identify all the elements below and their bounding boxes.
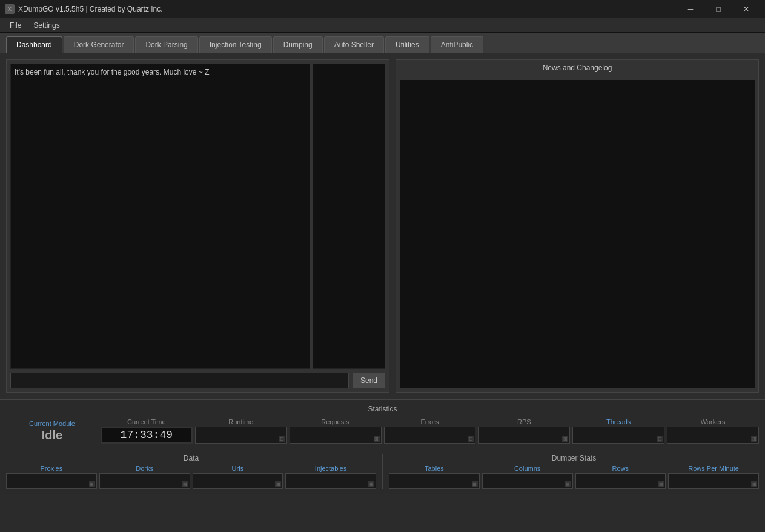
chat-main: It's been fun all, thank you for the goo… xyxy=(10,64,310,369)
stat-current-time-label: Current Time xyxy=(127,418,166,425)
data-row: Proxies ⊞ Dorks ⊞ Urls ⊞ Injectables xyxy=(6,465,376,489)
stat-runtime-label: Runtime xyxy=(228,418,253,425)
tab-dashboard[interactable]: Dashboard xyxy=(6,36,62,53)
statistics-row: Current Module Idle Current Time 17:33:4… xyxy=(6,418,759,444)
tab-auto-sheller[interactable]: Auto Sheller xyxy=(324,36,384,53)
main-content: It's been fun all, thank you for the goo… xyxy=(0,53,765,399)
runtime-corner-icon: ⊞ xyxy=(279,436,285,442)
dumper-columns-value: ⊞ xyxy=(482,473,573,489)
dumper-row: Tables ⊞ Columns ⊞ Rows ⊞ Rows Per Minut… xyxy=(389,465,759,489)
tables-corner-icon: ⊞ xyxy=(472,481,478,487)
menu-file[interactable]: File xyxy=(4,20,27,31)
data-injectables-label: Injectables xyxy=(315,465,347,472)
menu-settings[interactable]: Settings xyxy=(27,20,65,31)
left-panel: It's been fun all, thank you for the goo… xyxy=(6,59,389,393)
data-dorks-label: Dorks xyxy=(136,465,153,472)
tab-antipublic[interactable]: AntiPublic xyxy=(431,36,483,53)
dumper-rows: Rows ⊞ xyxy=(575,465,666,489)
data-dorks-value: ⊞ xyxy=(99,473,190,489)
stat-current-module-label: Current Module xyxy=(29,420,75,427)
app-icon: X xyxy=(5,4,15,14)
dumper-columns: Columns ⊞ xyxy=(482,465,573,489)
stat-requests-value: ⊞ xyxy=(290,427,382,444)
chat-sidebar xyxy=(313,64,385,369)
chat-area: It's been fun all, thank you for the goo… xyxy=(10,64,385,369)
tab-injection-testing[interactable]: Injection Testing xyxy=(199,36,272,53)
chat-input[interactable] xyxy=(10,373,349,388)
dumper-rows-label: Rows xyxy=(612,465,629,472)
tab-dork-generator[interactable]: Dork Generator xyxy=(64,36,134,53)
window-controls: ─ □ ✕ xyxy=(677,0,760,18)
data-injectables: Injectables ⊞ xyxy=(285,465,376,489)
data-proxies-value: ⊞ xyxy=(6,473,97,489)
stat-rps: RPS ⊞ xyxy=(478,418,570,444)
dumper-rows-per-minute: Rows Per Minute ⊞ xyxy=(668,465,759,489)
maximize-button[interactable]: □ xyxy=(704,0,732,18)
urls-corner-icon: ⊞ xyxy=(275,481,281,487)
news-content xyxy=(400,80,755,388)
statistics-title: Statistics xyxy=(6,404,759,414)
data-dorks: Dorks ⊞ xyxy=(99,465,190,489)
stat-workers-value: ⊞ xyxy=(667,427,759,444)
data-injectables-value: ⊞ xyxy=(285,473,376,489)
stat-current-module-value: Idle xyxy=(28,428,76,442)
dumper-rows-per-minute-value: ⊞ xyxy=(668,473,759,489)
stat-current-module: Current Module Idle xyxy=(6,420,98,442)
stat-rps-label: RPS xyxy=(517,418,531,425)
stat-runtime-value: ⊞ xyxy=(195,427,287,444)
dorks-corner-icon: ⊞ xyxy=(182,481,188,487)
stat-requests-label: Requests xyxy=(321,418,349,425)
minimize-button[interactable]: ─ xyxy=(677,0,704,18)
tab-utilities[interactable]: Utilities xyxy=(385,36,429,53)
dumper-panel: Dumper Stats Tables ⊞ Columns ⊞ Rows ⊞ xyxy=(389,454,759,489)
stat-rps-value: ⊞ xyxy=(478,427,570,444)
data-panel-title: Data xyxy=(6,454,376,462)
columns-corner-icon: ⊞ xyxy=(565,481,571,487)
dumper-rows-per-minute-label: Rows Per Minute xyxy=(688,465,739,472)
requests-corner-icon: ⊞ xyxy=(374,436,380,442)
data-urls-label: Urls xyxy=(232,465,244,472)
close-button[interactable]: ✕ xyxy=(732,0,760,18)
tab-bar: Dashboard Dork Generator Dork Parsing In… xyxy=(0,33,765,53)
dumper-tables-value: ⊞ xyxy=(389,473,480,489)
title-bar-left: X XDumpGO v1.5.5h5 | Created by Quartz I… xyxy=(5,4,163,14)
tab-dork-parsing[interactable]: Dork Parsing xyxy=(135,36,197,53)
data-proxies-label: Proxies xyxy=(41,465,63,472)
injectables-corner-icon: ⊞ xyxy=(368,481,374,487)
right-panel: News and Changelog xyxy=(396,59,759,393)
stat-threads: Threads ⊞ xyxy=(572,418,664,444)
statistics-section: Statistics Current Module Idle Current T… xyxy=(0,399,765,451)
errors-corner-icon: ⊞ xyxy=(468,436,474,442)
stat-workers-label: Workers xyxy=(701,418,726,425)
stat-threads-label: Threads xyxy=(606,418,631,425)
dumper-tables-label: Tables xyxy=(425,465,444,472)
stat-requests: Requests ⊞ xyxy=(290,418,382,444)
stat-runtime: Runtime ⊞ xyxy=(195,418,287,444)
stat-workers: Workers ⊞ xyxy=(667,418,759,444)
bottom-section: Data Proxies ⊞ Dorks ⊞ Urls ⊞ xyxy=(0,451,765,494)
data-urls: Urls ⊞ xyxy=(193,465,283,489)
dumper-rows-value: ⊞ xyxy=(575,473,666,489)
data-panel: Data Proxies ⊞ Dorks ⊞ Urls ⊞ xyxy=(6,454,383,489)
dumper-columns-label: Columns xyxy=(514,465,540,472)
tab-dumping[interactable]: Dumping xyxy=(273,36,323,53)
rps-corner-icon: ⊞ xyxy=(562,436,568,442)
chat-message: It's been fun all, thank you for the goo… xyxy=(15,68,209,76)
data-proxies: Proxies ⊞ xyxy=(6,465,97,489)
dumper-panel-title: Dumper Stats xyxy=(389,454,759,462)
app-title: XDumpGO v1.5.5h5 | Created by Quartz Inc… xyxy=(18,5,163,13)
stat-threads-value: ⊞ xyxy=(572,427,664,444)
chat-input-row: Send xyxy=(10,373,385,388)
stat-errors: Errors ⊞ xyxy=(384,418,476,444)
news-changelog-title: News and Changelog xyxy=(396,60,758,76)
stat-current-time: Current Time 17:33:49 xyxy=(101,418,193,444)
rows-per-minute-corner-icon: ⊞ xyxy=(751,481,757,487)
stat-current-time-value: 17:33:49 xyxy=(101,427,193,444)
menu-bar: File Settings xyxy=(0,18,765,33)
threads-corner-icon: ⊞ xyxy=(657,436,663,442)
dumper-tables: Tables ⊞ xyxy=(389,465,480,489)
stat-errors-value: ⊞ xyxy=(384,427,476,444)
proxies-corner-icon: ⊞ xyxy=(89,481,95,487)
rows-corner-icon: ⊞ xyxy=(658,481,664,487)
send-button[interactable]: Send xyxy=(353,373,385,388)
